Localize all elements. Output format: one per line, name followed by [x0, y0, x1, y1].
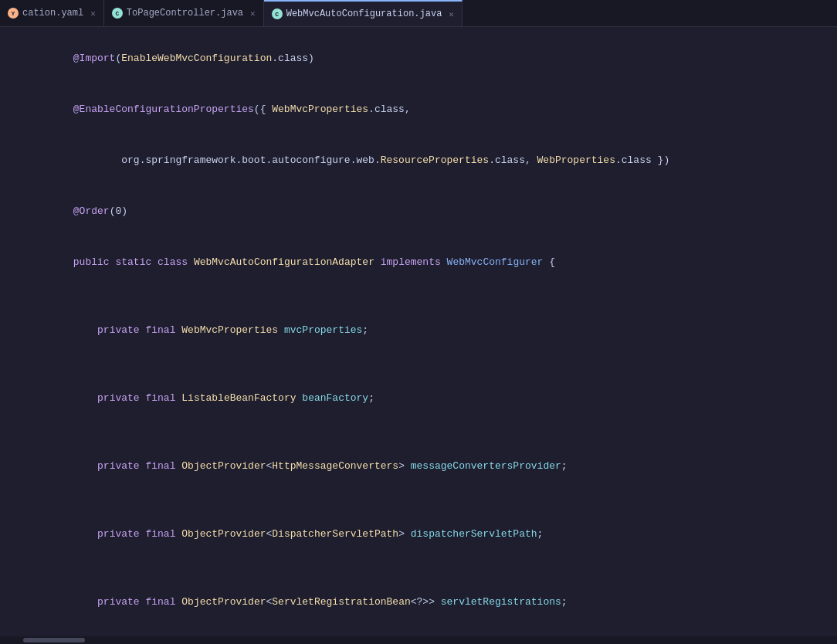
line-content-13: private final ObjectProvider<DispatcherS…: [0, 509, 825, 560]
line-content-7: private final WebMvcProperties mvcProper…: [0, 305, 825, 356]
line-content-5: public static class WebMvcAutoConfigurat…: [0, 237, 825, 288]
tab3-label: WebMvcAutoConfiguration.java: [286, 8, 442, 19]
code-line-13: private final ObjectProvider<DispatcherS…: [0, 509, 837, 560]
code-line-2: @EnableConfigurationProperties({ WebMvcP…: [0, 84, 837, 135]
code-line-1: @Import(EnableWebMvcConfiguration.class): [0, 33, 837, 84]
line-content-9: private final ListableBeanFactory beanFa…: [0, 373, 825, 424]
scrollbar-thumb[interactable]: [23, 638, 85, 642]
tab1-close[interactable]: ✕: [90, 8, 96, 19]
code-line-blank3: [0, 424, 837, 441]
code-line-15: private final ObjectProvider<ServletRegi…: [0, 577, 837, 628]
yaml-icon: Y: [8, 8, 19, 19]
code-line-7: private final WebMvcProperties mvcProper…: [0, 305, 837, 356]
line-content-4: @Order(0): [0, 186, 825, 237]
code-line-blank4: [0, 492, 837, 509]
tab2-label: ToPageController.java: [127, 8, 243, 19]
line-content-11: private final ObjectProvider<HttpMessage…: [0, 441, 825, 492]
code-line-blank2: [0, 356, 837, 373]
code-line-9: private final ListableBeanFactory beanFa…: [0, 373, 837, 424]
code-line-4: @Order(0): [0, 186, 837, 237]
line-content-2: @EnableConfigurationProperties({ WebMvcP…: [0, 84, 825, 135]
code-line-11: private final ObjectProvider<HttpMessage…: [0, 441, 837, 492]
java-icon-3: C: [272, 8, 283, 19]
line-content-1: @Import(EnableWebMvcConfiguration.class): [0, 33, 825, 84]
tab-webmvcautoconfiguration[interactable]: C WebMvcAutoConfiguration.java ✕: [264, 0, 463, 27]
code-editor: @Import(EnableWebMvcConfiguration.class)…: [0, 27, 837, 644]
code-line-blank1: [0, 288, 837, 305]
tab3-close[interactable]: ✕: [449, 9, 454, 19]
tab2-close[interactable]: ✕: [250, 8, 256, 19]
java-icon-2: C: [112, 8, 123, 19]
code-line-3: org.springframework.boot.autoconfigure.w…: [0, 135, 837, 186]
line-content-15: private final ObjectProvider<ServletRegi…: [0, 577, 825, 628]
scrollbar-horizontal[interactable]: [0, 636, 837, 644]
tab1-label: cation.yaml: [22, 8, 83, 19]
line-content-3: org.springframework.boot.autoconfigure.w…: [0, 135, 825, 186]
tab-bar: Y cation.yaml ✕ C ToPageController.java …: [0, 0, 837, 27]
tab-topagecontroller[interactable]: C ToPageController.java ✕: [104, 0, 264, 27]
code-line-5: public static class WebMvcAutoConfigurat…: [0, 237, 837, 288]
code-line-blank5: [0, 560, 837, 577]
tab-cation-yaml[interactable]: Y cation.yaml ✕: [0, 0, 104, 27]
